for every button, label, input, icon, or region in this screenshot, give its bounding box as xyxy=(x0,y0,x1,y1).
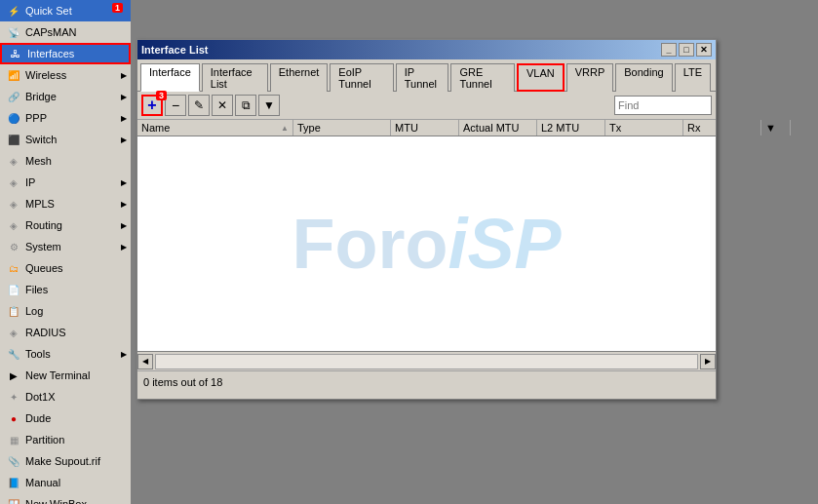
sidebar-item-quick-set[interactable]: ⚡ Quick Set 1 xyxy=(0,0,131,21)
sidebar-item-bridge[interactable]: 🔗 Bridge ▶ xyxy=(0,86,131,107)
scroll-right-button[interactable]: ▶ xyxy=(700,354,716,369)
sidebar-item-ip[interactable]: ◈ IP ▶ xyxy=(0,172,131,193)
sidebar-item-radius[interactable]: ◈ RADIUS xyxy=(0,322,131,343)
titlebar-buttons: _ □ ✕ xyxy=(661,43,712,57)
tab-ethernet[interactable]: Ethernet xyxy=(270,63,329,92)
mpls-icon: ◈ xyxy=(6,196,21,212)
edit-icon: ✎ xyxy=(194,98,204,112)
tab-ip-tunnel[interactable]: IP Tunnel xyxy=(396,63,449,92)
filter-icon: ▼ xyxy=(263,98,275,112)
capsman-icon: 📡 xyxy=(6,24,21,40)
status-text: 0 items out of 18 xyxy=(143,376,222,388)
edit-button[interactable]: ✎ xyxy=(188,95,210,116)
log-icon: 📋 xyxy=(6,303,21,319)
quick-set-icon: ⚡ xyxy=(6,3,21,19)
scroll-track[interactable] xyxy=(155,354,698,369)
close-item-icon: ✕ xyxy=(217,98,227,112)
col-tx[interactable]: Tx xyxy=(605,120,683,136)
watermark: ForoiSP xyxy=(292,204,561,284)
remove-button[interactable]: − xyxy=(165,95,186,116)
tools-icon: 🔧 xyxy=(6,346,21,362)
scroll-left-button[interactable]: ◀ xyxy=(137,354,153,369)
sidebar-item-switch[interactable]: ⬛ Switch ▶ xyxy=(0,129,131,150)
radius-icon: ◈ xyxy=(6,325,21,340)
sidebar-item-ppp[interactable]: 🔵 PPP ▶ xyxy=(0,107,131,129)
statusbar: 0 items out of 18 xyxy=(137,370,716,392)
col-l2-mtu[interactable]: L2 MTU xyxy=(537,120,605,136)
sidebar-item-new-winbox[interactable]: 🪟 New WinBox xyxy=(0,493,131,504)
sidebar-item-files[interactable]: 📄 Files xyxy=(0,279,131,300)
watermark-foro: Foro xyxy=(292,205,448,283)
sidebar-item-mpls[interactable]: ◈ MPLS ▶ xyxy=(0,193,131,214)
sidebar-item-interfaces[interactable]: 🖧 Interfaces xyxy=(0,43,131,64)
routing-icon: ◈ xyxy=(6,217,21,233)
tab-bar: Interface Interface List Ethernet EoIP T… xyxy=(137,59,716,92)
interface-window: Interface List _ □ ✕ Interface Interface… xyxy=(136,39,717,400)
wireless-arrow: ▶ xyxy=(121,71,127,80)
files-icon: 📄 xyxy=(6,282,21,297)
maximize-button[interactable]: □ xyxy=(679,43,694,57)
dude-icon: ● xyxy=(6,410,21,426)
watermark-isp: iSP xyxy=(448,205,561,283)
routing-arrow: ▶ xyxy=(121,221,127,230)
badge-1: 1 xyxy=(112,3,123,13)
table-header: Name ▲ Type MTU Actual MTU L2 MTU Tx Rx … xyxy=(137,120,716,136)
col-expand[interactable]: ▼ xyxy=(761,120,791,136)
tab-interface[interactable]: Interface xyxy=(140,63,200,92)
close-item-button[interactable]: ✕ xyxy=(212,95,233,116)
switch-icon: ⬛ xyxy=(6,132,21,147)
manual-icon: 📘 xyxy=(6,475,21,490)
filter-button[interactable]: ▼ xyxy=(258,95,280,116)
tab-vrrp[interactable]: VRRP xyxy=(566,63,614,92)
queues-icon: 🗂 xyxy=(6,260,21,276)
tab-eoip-tunnel[interactable]: EoIP Tunnel xyxy=(330,63,393,92)
ip-icon: ◈ xyxy=(6,174,21,190)
sort-arrow-name: ▲ xyxy=(281,124,289,133)
sidebar-item-manual[interactable]: 📘 Manual xyxy=(0,472,131,493)
sidebar-item-make-supout[interactable]: 📎 Make Supout.rif xyxy=(0,450,131,472)
sidebar-item-dude[interactable]: ● Dude xyxy=(0,407,131,429)
toolbar: + 3 − ✎ ✕ ⧉ ▼ xyxy=(137,92,716,120)
find-box xyxy=(614,96,712,115)
close-button[interactable]: ✕ xyxy=(696,43,712,57)
scrollbar-area: ◀ ▶ xyxy=(137,351,716,370)
minimize-button[interactable]: _ xyxy=(661,43,677,57)
new-terminal-icon: ▶ xyxy=(6,368,21,383)
tab-gre-tunnel[interactable]: GRE Tunnel xyxy=(450,63,515,92)
col-rx[interactable]: Rx xyxy=(683,120,761,136)
tools-arrow: ▶ xyxy=(121,350,127,359)
sidebar-item-log[interactable]: 📋 Log xyxy=(0,300,131,322)
table-body: ForoiSP xyxy=(137,136,716,351)
sidebar-item-mesh[interactable]: ◈ Mesh xyxy=(0,150,131,172)
sidebar-item-queues[interactable]: 🗂 Queues xyxy=(0,257,131,279)
col-mtu[interactable]: MTU xyxy=(391,120,459,136)
sidebar-item-system[interactable]: ⚙ System ▶ xyxy=(0,236,131,257)
expand-icon: ▼ xyxy=(765,122,776,134)
switch-arrow: ▶ xyxy=(121,136,127,144)
ppp-icon: 🔵 xyxy=(6,110,21,126)
bridge-arrow: ▶ xyxy=(121,93,127,101)
window-title: Interface List xyxy=(141,44,208,56)
tab-interface-list[interactable]: Interface List xyxy=(202,63,268,92)
wireless-icon: 📶 xyxy=(6,67,21,83)
col-type[interactable]: Type xyxy=(293,120,391,136)
sidebar-item-routing[interactable]: ◈ Routing ▶ xyxy=(0,214,131,236)
sidebar-item-partition[interactable]: ▦ Partition xyxy=(0,429,131,450)
partition-icon: ▦ xyxy=(6,432,21,447)
window-titlebar: Interface List _ □ ✕ xyxy=(137,40,716,59)
sidebar-item-capsman[interactable]: 📡 CAPsMAN xyxy=(0,21,131,43)
mpls-arrow: ▶ xyxy=(121,200,127,209)
sidebar-item-tools[interactable]: 🔧 Tools ▶ xyxy=(0,343,131,365)
col-actual-mtu[interactable]: Actual MTU xyxy=(459,120,537,136)
col-name[interactable]: Name ▲ xyxy=(137,120,293,136)
sidebar-item-dot1x[interactable]: ✦ Dot1X xyxy=(0,386,131,407)
tab-vlan[interactable]: VLAN xyxy=(517,63,565,92)
copy-button[interactable]: ⧉ xyxy=(235,95,256,116)
tab-lte[interactable]: LTE xyxy=(675,63,711,92)
tab-bonding[interactable]: Bonding xyxy=(615,63,672,92)
find-input[interactable] xyxy=(614,96,712,115)
sidebar-item-new-terminal[interactable]: ▶ New Terminal xyxy=(0,365,131,386)
sidebar-item-wireless[interactable]: 📶 Wireless ▶ xyxy=(0,64,131,86)
add-button[interactable]: + 3 xyxy=(141,95,163,116)
badge-3: 3 xyxy=(156,91,167,100)
